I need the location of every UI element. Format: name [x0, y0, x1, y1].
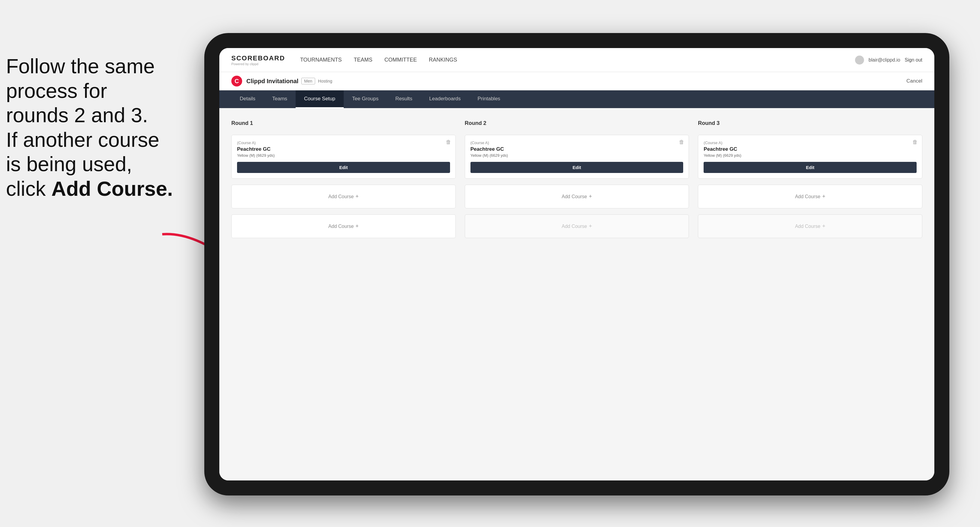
round-1-course-name: Peachtree GC [237, 146, 450, 152]
round-3-title: Round 3 [698, 120, 922, 126]
round-3-course-name: Peachtree GC [703, 146, 916, 152]
round-2-add-course-2: Add Course + [465, 214, 689, 238]
round-1-plus-icon-2: + [355, 223, 359, 229]
round-1-title: Round 1 [231, 120, 456, 126]
logo-text: SCOREBOARD [231, 54, 285, 62]
powered-by-text: Powered by clippd [231, 62, 285, 66]
hosting-badge: Hosting [318, 79, 332, 84]
sign-out-link[interactable]: Sign out [905, 57, 922, 63]
round-3-course-detail: Yellow (M) (6629 yds) [703, 153, 916, 158]
tournament-name: Clippd Invitational [247, 78, 298, 85]
tab-teams[interactable]: Teams [264, 90, 296, 108]
tablet-screen: SCOREBOARD Powered by clippd TOURNAMENTS… [219, 48, 934, 481]
round-2-delete-icon[interactable]: 🗑 [678, 138, 685, 146]
sub-header: C Clippd Invitational Men Hosting Cancel [219, 72, 934, 90]
nav-links: TOURNAMENTS TEAMS COMMITTEE RANKINGS [300, 57, 855, 63]
round-2-course-name: Peachtree GC [471, 146, 684, 152]
clippd-icon: C [231, 76, 242, 86]
main-content: Round 1 (Course A) Peachtree GC Yellow (… [219, 108, 934, 481]
tab-details[interactable]: Details [231, 90, 264, 108]
round-1-course-card: (Course A) Peachtree GC Yellow (M) (6629… [231, 135, 456, 179]
round-1-add-course-2[interactable]: Add Course + [231, 214, 456, 238]
round-3-course-label: (Course A) [703, 141, 916, 145]
round-1-plus-icon-1: + [355, 194, 359, 200]
nav-right: blair@clippd.io Sign out [855, 56, 922, 65]
top-nav: SCOREBOARD Powered by clippd TOURNAMENTS… [219, 48, 934, 72]
instruction-text: Follow the same process for rounds 2 and… [6, 54, 180, 201]
round-1-course-detail: Yellow (M) (6629 yds) [237, 153, 450, 158]
tab-tee-groups[interactable]: Tee Groups [344, 90, 387, 108]
round-2-course-card-wrapper: (Course A) Peachtree GC Yellow (M) (6629… [465, 135, 689, 179]
cancel-button[interactable]: Cancel [907, 78, 922, 84]
round-3-course-card-wrapper: (Course A) Peachtree GC Yellow (M) (6629… [698, 135, 922, 179]
scoreboard-logo: SCOREBOARD Powered by clippd [231, 54, 285, 66]
nav-committee[interactable]: COMMITTEE [385, 57, 417, 63]
tab-results[interactable]: Results [387, 90, 421, 108]
nav-tournaments[interactable]: TOURNAMENTS [300, 57, 342, 63]
round-3-add-course-1[interactable]: Add Course + [698, 185, 922, 208]
round-2-plus-icon-1: + [589, 194, 592, 200]
round-2-title: Round 2 [465, 120, 689, 126]
round-3-plus-icon-2: + [822, 223, 826, 229]
round-2-add-course-1[interactable]: Add Course + [465, 185, 689, 208]
round-3-add-course-2: Add Course + [698, 214, 922, 238]
round-3-column: Round 3 (Course A) Peachtree GC Yellow (… [698, 120, 922, 238]
round-1-course-label: (Course A) [237, 141, 450, 145]
round-1-course-card-wrapper: (Course A) Peachtree GC Yellow (M) (6629… [231, 135, 456, 179]
user-avatar [855, 56, 864, 65]
tab-leaderboards[interactable]: Leaderboards [421, 90, 469, 108]
user-email: blair@clippd.io [869, 57, 900, 63]
nav-rankings[interactable]: RANKINGS [429, 57, 457, 63]
round-1-delete-icon[interactable]: 🗑 [445, 138, 452, 146]
round-3-course-card: (Course A) Peachtree GC Yellow (M) (6629… [698, 135, 922, 179]
round-1-column: Round 1 (Course A) Peachtree GC Yellow (… [231, 120, 456, 238]
round-2-edit-button[interactable]: Edit [471, 162, 684, 173]
tab-printables[interactable]: Printables [469, 90, 509, 108]
tablet-device: SCOREBOARD Powered by clippd TOURNAMENTS… [204, 33, 949, 495]
round-2-course-card: (Course A) Peachtree GC Yellow (M) (6629… [465, 135, 689, 179]
round-2-column: Round 2 (Course A) Peachtree GC Yellow (… [465, 120, 689, 238]
round-2-plus-icon-2: + [589, 223, 592, 229]
rounds-grid: Round 1 (Course A) Peachtree GC Yellow (… [231, 120, 922, 238]
tab-course-setup[interactable]: Course Setup [296, 90, 344, 108]
round-3-plus-icon-1: + [822, 194, 826, 200]
tab-bar: Details Teams Course Setup Tee Groups Re… [219, 90, 934, 108]
round-2-course-detail: Yellow (M) (6629 yds) [471, 153, 684, 158]
round-3-delete-icon[interactable]: 🗑 [912, 138, 919, 146]
round-1-add-course-1[interactable]: Add Course + [231, 185, 456, 208]
round-3-edit-button[interactable]: Edit [703, 162, 916, 173]
nav-teams[interactable]: TEAMS [354, 57, 372, 63]
tournament-badge: Men [301, 78, 315, 84]
round-1-edit-button[interactable]: Edit [237, 162, 450, 173]
round-2-course-label: (Course A) [471, 141, 684, 145]
